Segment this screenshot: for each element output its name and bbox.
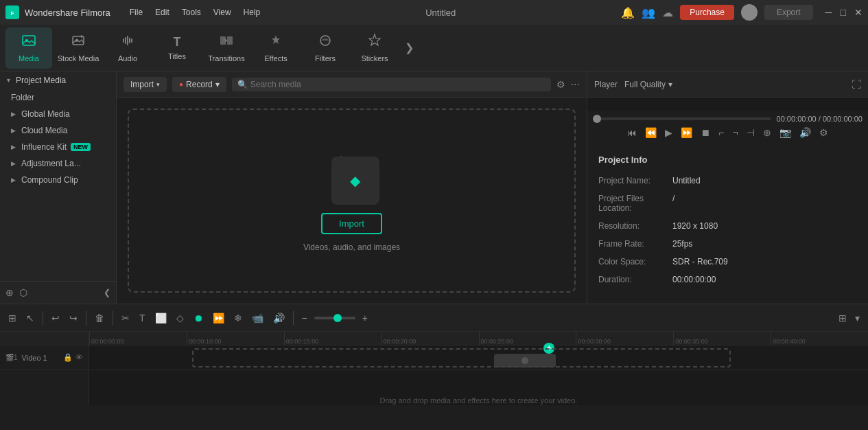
text-button[interactable]: T bbox=[137, 310, 148, 326]
mark-out-icon[interactable]: ¬ bbox=[730, 126, 741, 139]
snapshot-icon[interactable]: 📷 bbox=[777, 126, 794, 139]
ruler-corner bbox=[0, 332, 89, 346]
frame-back-icon[interactable]: ⏪ bbox=[642, 126, 659, 139]
cursor-button[interactable]: ↖ bbox=[23, 310, 37, 326]
settings-ctrl-icon[interactable]: ⚙ bbox=[817, 126, 831, 139]
frame-forward-icon[interactable]: ⏩ bbox=[678, 126, 695, 139]
sidebar-item-influence-kit[interactable]: ▶ Influence Kit NEW bbox=[0, 139, 116, 155]
undo-button[interactable]: ↩ bbox=[49, 310, 62, 326]
toolbar-item-stock-media[interactable]: Stock Media bbox=[55, 27, 102, 69]
redo-button[interactable]: ↪ bbox=[67, 310, 80, 326]
stock-media-label: Stock Media bbox=[58, 54, 99, 63]
sidebar-project-media[interactable]: ▼ Project Media bbox=[0, 71, 116, 89]
sidebar-item-adjustment[interactable]: ▶ Adjustment La... bbox=[0, 155, 116, 172]
purchase-button[interactable]: Purchase bbox=[680, 5, 734, 20]
toolbar-item-audio[interactable]: Audio bbox=[104, 27, 151, 69]
menu-tools[interactable]: Tools bbox=[182, 8, 201, 17]
sidebar-influence-kit-label: Influence Kit bbox=[21, 142, 67, 152]
scene-detect-button[interactable]: ⊞ bbox=[5, 310, 19, 326]
record-button[interactable]: ● Record ▾ bbox=[172, 77, 226, 92]
avatar[interactable] bbox=[741, 4, 758, 21]
zoom-icon[interactable]: ⊕ bbox=[760, 126, 774, 139]
project-name-label: Project Name: bbox=[598, 176, 667, 185]
split-icon[interactable]: ⊣ bbox=[744, 126, 758, 139]
close-button[interactable]: ✕ bbox=[854, 7, 863, 18]
menu-edit[interactable]: Edit bbox=[155, 8, 169, 17]
track-lock-icon[interactable]: 🔒 bbox=[63, 353, 73, 362]
current-time: 00:00:00:00 / 00:00:00:00 bbox=[777, 115, 863, 123]
chevron-right-icon: ❯ bbox=[405, 41, 414, 54]
zoom-slider[interactable] bbox=[314, 317, 355, 319]
import-label: Import bbox=[130, 80, 154, 89]
project-colorspace-label: Color Space: bbox=[598, 257, 667, 267]
track-mute-icon[interactable]: 👁 bbox=[75, 353, 83, 362]
arrow-right-icon-adjustment: ▶ bbox=[11, 160, 16, 167]
ruler-mark-2: 00:00:15:00 bbox=[284, 332, 382, 345]
skip-back-icon[interactable]: ⏮ bbox=[624, 126, 640, 139]
mark-in-icon[interactable]: ⌐ bbox=[716, 126, 727, 139]
drop-icon-background: ◆ bbox=[331, 157, 379, 205]
search-input[interactable] bbox=[250, 80, 546, 89]
zoom-in-button[interactable]: + bbox=[360, 310, 371, 326]
crop-button[interactable]: ⬜ bbox=[152, 310, 169, 326]
export-button[interactable]: Export bbox=[764, 5, 813, 20]
import-large-button[interactable]: Import bbox=[321, 213, 382, 234]
toolbar-item-stickers[interactable]: Stickers bbox=[351, 27, 398, 69]
zoom-track[interactable] bbox=[314, 317, 355, 319]
upload-icon[interactable]: ☁ bbox=[662, 6, 673, 19]
toolbar-item-titles[interactable]: T Titles bbox=[154, 27, 200, 69]
tl-separator-2 bbox=[86, 311, 86, 325]
speed-button[interactable]: ⏩ bbox=[210, 310, 227, 326]
more-tl-button[interactable]: ▾ bbox=[852, 310, 863, 326]
ripple-button[interactable]: ◇ bbox=[174, 310, 187, 326]
import-button[interactable]: Import ▾ bbox=[124, 77, 167, 92]
community-icon[interactable]: 👥 bbox=[642, 6, 655, 19]
project-framerate-label: Frame Rate: bbox=[598, 239, 667, 249]
record-tl-button[interactable]: ⏺ bbox=[191, 310, 206, 326]
video-tl-button[interactable]: 📹 bbox=[249, 310, 266, 326]
notification-icon[interactable]: 🔔 bbox=[621, 6, 635, 19]
delete-button[interactable]: 🗑 bbox=[92, 310, 107, 326]
track-drag-area[interactable] bbox=[192, 348, 731, 367]
toolbar-item-effects[interactable]: Effects bbox=[253, 27, 299, 69]
link-icon[interactable]: ⬡ bbox=[19, 287, 27, 298]
sidebar-item-folder[interactable]: Folder bbox=[0, 89, 116, 106]
project-resolution-value: 1920 x 1080 bbox=[672, 221, 718, 231]
toolbar-item-transitions[interactable]: Transitions bbox=[203, 27, 250, 69]
ruler-mark-4: 00:00:25:00 bbox=[479, 332, 576, 345]
control-buttons: ⏮ ⏪ ▶ ⏩ ⏹ ⌐ ¬ ⊣ ⊕ 📷 🔊 ⚙ bbox=[593, 126, 863, 139]
play-button[interactable]: ▶ bbox=[662, 126, 675, 139]
audio-ctrl-icon[interactable]: 🔊 bbox=[797, 126, 814, 139]
sidebar-item-global-media[interactable]: ▶ Global Media bbox=[0, 106, 116, 122]
toolbar-item-filters[interactable]: Filters bbox=[302, 27, 349, 69]
sidebar-collapse-button[interactable]: ❮ bbox=[104, 288, 110, 297]
player-tab[interactable]: Player bbox=[594, 80, 618, 89]
audio-tl-button[interactable]: 🔊 bbox=[270, 310, 288, 326]
filters-label: Filters bbox=[315, 54, 336, 63]
progress-bar[interactable] bbox=[593, 117, 771, 120]
menu-view[interactable]: View bbox=[213, 8, 231, 17]
menu-file[interactable]: File bbox=[130, 8, 143, 17]
toolbar-more-button[interactable]: ❯ bbox=[401, 27, 417, 69]
grid-view-button[interactable]: ⊞ bbox=[836, 310, 849, 326]
minimize-button[interactable]: ─ bbox=[825, 7, 832, 18]
sidebar-item-cloud-media[interactable]: ▶ Cloud Media bbox=[0, 122, 116, 139]
filter-icon[interactable]: ⚙ bbox=[556, 79, 565, 90]
toolbar-item-media[interactable]: Media bbox=[5, 27, 52, 69]
fullscreen-icon[interactable]: ⛶ bbox=[852, 79, 861, 90]
quality-select[interactable]: Full Quality ▾ bbox=[624, 80, 672, 89]
maximize-button[interactable]: □ bbox=[841, 7, 846, 18]
freeze-button[interactable]: ❄ bbox=[231, 310, 245, 326]
filmora-inner-icon: ◆ bbox=[350, 172, 360, 189]
progress-handle[interactable] bbox=[593, 115, 601, 123]
zoom-out-button[interactable]: − bbox=[299, 310, 310, 326]
sidebar-item-compound-clip[interactable]: ▶ Compound Clip bbox=[0, 172, 116, 188]
menu-help[interactable]: Help bbox=[244, 8, 261, 17]
timeline-left-strip: 🎬1 Video 1 🔒 👁 bbox=[0, 332, 89, 405]
more-options-icon[interactable]: ··· bbox=[571, 78, 580, 91]
zoom-thumb[interactable] bbox=[333, 314, 342, 322]
cut-button[interactable]: ✂ bbox=[119, 310, 132, 326]
ruler-mark-3: 00:00:20:00 bbox=[382, 332, 479, 345]
add-folder-icon[interactable]: ⊕ bbox=[5, 287, 14, 298]
stop-icon[interactable]: ⏹ bbox=[698, 126, 713, 139]
